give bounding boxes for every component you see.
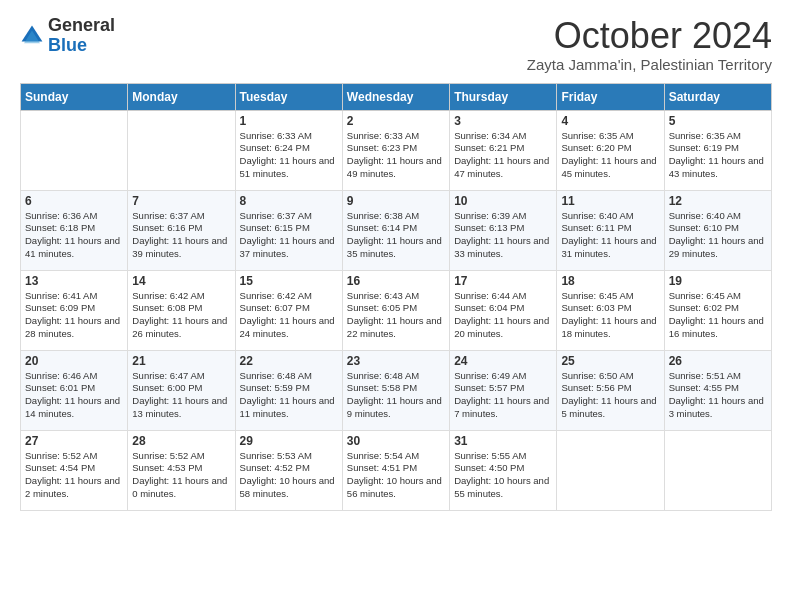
calendar-cell: 16Sunrise: 6:43 AM Sunset: 6:05 PM Dayli… bbox=[342, 270, 449, 350]
logo-icon bbox=[20, 24, 44, 48]
day-number: 8 bbox=[240, 194, 338, 208]
col-monday: Monday bbox=[128, 83, 235, 110]
day-info: Sunrise: 6:40 AM Sunset: 6:10 PM Dayligh… bbox=[669, 210, 767, 261]
day-info: Sunrise: 5:53 AM Sunset: 4:52 PM Dayligh… bbox=[240, 450, 338, 501]
calendar-cell: 31Sunrise: 5:55 AM Sunset: 4:50 PM Dayli… bbox=[450, 430, 557, 510]
day-number: 27 bbox=[25, 434, 123, 448]
title-section: October 2024 Zayta Jamma'in, Palestinian… bbox=[527, 16, 772, 73]
day-info: Sunrise: 6:42 AM Sunset: 6:07 PM Dayligh… bbox=[240, 290, 338, 341]
calendar-cell: 6Sunrise: 6:36 AM Sunset: 6:18 PM Daylig… bbox=[21, 190, 128, 270]
calendar-cell: 27Sunrise: 5:52 AM Sunset: 4:54 PM Dayli… bbox=[21, 430, 128, 510]
calendar-cell: 13Sunrise: 6:41 AM Sunset: 6:09 PM Dayli… bbox=[21, 270, 128, 350]
calendar-cell: 2Sunrise: 6:33 AM Sunset: 6:23 PM Daylig… bbox=[342, 110, 449, 190]
calendar-cell: 25Sunrise: 6:50 AM Sunset: 5:56 PM Dayli… bbox=[557, 350, 664, 430]
calendar-cell: 8Sunrise: 6:37 AM Sunset: 6:15 PM Daylig… bbox=[235, 190, 342, 270]
calendar-cell: 5Sunrise: 6:35 AM Sunset: 6:19 PM Daylig… bbox=[664, 110, 771, 190]
day-number: 5 bbox=[669, 114, 767, 128]
header: General Blue October 2024 Zayta Jamma'in… bbox=[20, 16, 772, 73]
day-number: 4 bbox=[561, 114, 659, 128]
calendar-week-4: 20Sunrise: 6:46 AM Sunset: 6:01 PM Dayli… bbox=[21, 350, 772, 430]
day-info: Sunrise: 6:45 AM Sunset: 6:03 PM Dayligh… bbox=[561, 290, 659, 341]
location-subtitle: Zayta Jamma'in, Palestinian Territory bbox=[527, 56, 772, 73]
month-title: October 2024 bbox=[527, 16, 772, 56]
day-number: 21 bbox=[132, 354, 230, 368]
calendar-cell: 20Sunrise: 6:46 AM Sunset: 6:01 PM Dayli… bbox=[21, 350, 128, 430]
day-info: Sunrise: 6:41 AM Sunset: 6:09 PM Dayligh… bbox=[25, 290, 123, 341]
calendar-table: Sunday Monday Tuesday Wednesday Thursday… bbox=[20, 83, 772, 511]
day-number: 6 bbox=[25, 194, 123, 208]
day-info: Sunrise: 6:48 AM Sunset: 5:58 PM Dayligh… bbox=[347, 370, 445, 421]
day-number: 20 bbox=[25, 354, 123, 368]
calendar-cell bbox=[21, 110, 128, 190]
calendar-cell: 10Sunrise: 6:39 AM Sunset: 6:13 PM Dayli… bbox=[450, 190, 557, 270]
day-info: Sunrise: 6:35 AM Sunset: 6:20 PM Dayligh… bbox=[561, 130, 659, 181]
day-number: 24 bbox=[454, 354, 552, 368]
col-thursday: Thursday bbox=[450, 83, 557, 110]
col-sunday: Sunday bbox=[21, 83, 128, 110]
day-number: 28 bbox=[132, 434, 230, 448]
day-info: Sunrise: 6:46 AM Sunset: 6:01 PM Dayligh… bbox=[25, 370, 123, 421]
day-number: 11 bbox=[561, 194, 659, 208]
day-info: Sunrise: 6:43 AM Sunset: 6:05 PM Dayligh… bbox=[347, 290, 445, 341]
calendar-week-1: 1Sunrise: 6:33 AM Sunset: 6:24 PM Daylig… bbox=[21, 110, 772, 190]
day-info: Sunrise: 6:37 AM Sunset: 6:15 PM Dayligh… bbox=[240, 210, 338, 261]
calendar-cell: 14Sunrise: 6:42 AM Sunset: 6:08 PM Dayli… bbox=[128, 270, 235, 350]
day-info: Sunrise: 5:55 AM Sunset: 4:50 PM Dayligh… bbox=[454, 450, 552, 501]
day-info: Sunrise: 6:50 AM Sunset: 5:56 PM Dayligh… bbox=[561, 370, 659, 421]
col-wednesday: Wednesday bbox=[342, 83, 449, 110]
calendar-cell: 26Sunrise: 5:51 AM Sunset: 4:55 PM Dayli… bbox=[664, 350, 771, 430]
calendar-cell: 9Sunrise: 6:38 AM Sunset: 6:14 PM Daylig… bbox=[342, 190, 449, 270]
calendar-cell: 22Sunrise: 6:48 AM Sunset: 5:59 PM Dayli… bbox=[235, 350, 342, 430]
calendar-cell bbox=[664, 430, 771, 510]
calendar-week-2: 6Sunrise: 6:36 AM Sunset: 6:18 PM Daylig… bbox=[21, 190, 772, 270]
page: General Blue October 2024 Zayta Jamma'in… bbox=[0, 0, 792, 612]
day-info: Sunrise: 6:45 AM Sunset: 6:02 PM Dayligh… bbox=[669, 290, 767, 341]
day-number: 31 bbox=[454, 434, 552, 448]
calendar-cell: 19Sunrise: 6:45 AM Sunset: 6:02 PM Dayli… bbox=[664, 270, 771, 350]
day-info: Sunrise: 6:49 AM Sunset: 5:57 PM Dayligh… bbox=[454, 370, 552, 421]
day-number: 22 bbox=[240, 354, 338, 368]
calendar-cell: 24Sunrise: 6:49 AM Sunset: 5:57 PM Dayli… bbox=[450, 350, 557, 430]
day-info: Sunrise: 6:33 AM Sunset: 6:24 PM Dayligh… bbox=[240, 130, 338, 181]
day-number: 7 bbox=[132, 194, 230, 208]
day-info: Sunrise: 6:39 AM Sunset: 6:13 PM Dayligh… bbox=[454, 210, 552, 261]
calendar-cell: 7Sunrise: 6:37 AM Sunset: 6:16 PM Daylig… bbox=[128, 190, 235, 270]
day-number: 16 bbox=[347, 274, 445, 288]
day-info: Sunrise: 5:51 AM Sunset: 4:55 PM Dayligh… bbox=[669, 370, 767, 421]
day-info: Sunrise: 6:36 AM Sunset: 6:18 PM Dayligh… bbox=[25, 210, 123, 261]
day-number: 23 bbox=[347, 354, 445, 368]
calendar-week-3: 13Sunrise: 6:41 AM Sunset: 6:09 PM Dayli… bbox=[21, 270, 772, 350]
day-info: Sunrise: 6:44 AM Sunset: 6:04 PM Dayligh… bbox=[454, 290, 552, 341]
day-info: Sunrise: 6:38 AM Sunset: 6:14 PM Dayligh… bbox=[347, 210, 445, 261]
calendar-cell: 15Sunrise: 6:42 AM Sunset: 6:07 PM Dayli… bbox=[235, 270, 342, 350]
col-friday: Friday bbox=[557, 83, 664, 110]
day-number: 17 bbox=[454, 274, 552, 288]
calendar-cell: 29Sunrise: 5:53 AM Sunset: 4:52 PM Dayli… bbox=[235, 430, 342, 510]
calendar-cell: 12Sunrise: 6:40 AM Sunset: 6:10 PM Dayli… bbox=[664, 190, 771, 270]
calendar-cell bbox=[557, 430, 664, 510]
calendar-header-row: Sunday Monday Tuesday Wednesday Thursday… bbox=[21, 83, 772, 110]
calendar-cell: 11Sunrise: 6:40 AM Sunset: 6:11 PM Dayli… bbox=[557, 190, 664, 270]
col-saturday: Saturday bbox=[664, 83, 771, 110]
day-number: 25 bbox=[561, 354, 659, 368]
day-number: 13 bbox=[25, 274, 123, 288]
calendar-cell: 21Sunrise: 6:47 AM Sunset: 6:00 PM Dayli… bbox=[128, 350, 235, 430]
day-number: 3 bbox=[454, 114, 552, 128]
calendar-cell: 23Sunrise: 6:48 AM Sunset: 5:58 PM Dayli… bbox=[342, 350, 449, 430]
day-number: 9 bbox=[347, 194, 445, 208]
day-number: 18 bbox=[561, 274, 659, 288]
day-number: 29 bbox=[240, 434, 338, 448]
calendar-cell: 28Sunrise: 5:52 AM Sunset: 4:53 PM Dayli… bbox=[128, 430, 235, 510]
logo-blue-text: Blue bbox=[48, 35, 87, 55]
day-info: Sunrise: 5:52 AM Sunset: 4:54 PM Dayligh… bbox=[25, 450, 123, 501]
day-info: Sunrise: 6:33 AM Sunset: 6:23 PM Dayligh… bbox=[347, 130, 445, 181]
day-number: 1 bbox=[240, 114, 338, 128]
col-tuesday: Tuesday bbox=[235, 83, 342, 110]
day-number: 10 bbox=[454, 194, 552, 208]
day-number: 26 bbox=[669, 354, 767, 368]
day-info: Sunrise: 6:47 AM Sunset: 6:00 PM Dayligh… bbox=[132, 370, 230, 421]
day-info: Sunrise: 6:35 AM Sunset: 6:19 PM Dayligh… bbox=[669, 130, 767, 181]
day-info: Sunrise: 6:37 AM Sunset: 6:16 PM Dayligh… bbox=[132, 210, 230, 261]
logo: General Blue bbox=[20, 16, 115, 56]
calendar-cell bbox=[128, 110, 235, 190]
